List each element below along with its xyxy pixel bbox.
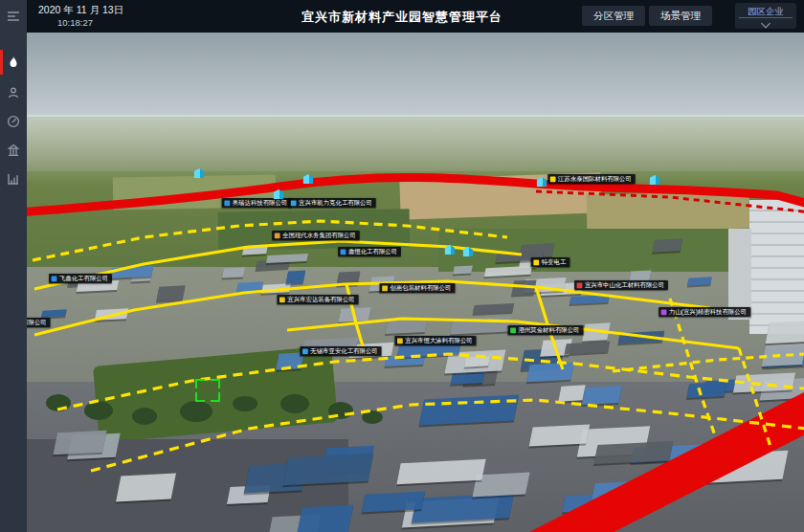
company-logo-icon bbox=[279, 297, 285, 302]
building-marker-icon[interactable] bbox=[194, 168, 205, 178]
sidebar bbox=[0, 0, 27, 532]
company-logo-icon bbox=[382, 285, 388, 291]
company-logo-icon bbox=[275, 233, 280, 238]
building-marker-icon[interactable] bbox=[463, 247, 474, 256]
map-viewport[interactable]: 奥瑞达科技有限公司宜兴市凯力克化工有限公司全国现代水务集团有限公司鑫恒化工有限公… bbox=[27, 33, 804, 532]
enterprise-dropdown[interactable]: 园区企业 bbox=[735, 3, 796, 29]
building-marker-icon[interactable] bbox=[537, 177, 547, 187]
company-logo-icon bbox=[341, 249, 346, 255]
company-label-text: 特变电工 bbox=[542, 259, 567, 265]
sidebar-item-statistics[interactable] bbox=[0, 166, 27, 191]
company-label-text: 宜兴市宏达装备有限公司 bbox=[287, 297, 354, 302]
company-label-text: 宜兴市凯力克化工有限公司 bbox=[299, 200, 372, 206]
company-label[interactable]: 鑫恒化工有限公司 bbox=[338, 247, 401, 256]
company-label-text: 创惠包装材料有限公司 bbox=[391, 285, 452, 291]
company-label-text: 晶明新材料科技有限公司 bbox=[27, 320, 47, 325]
company-label-text: 无锡市亚安化工有限公司 bbox=[310, 348, 377, 354]
company-logo-icon bbox=[397, 338, 403, 344]
time-label: 10:18:27 bbox=[57, 18, 93, 28]
company-label[interactable]: 特变电工 bbox=[531, 257, 570, 267]
company-label[interactable]: 飞鑫化工有限公司 bbox=[49, 274, 112, 283]
company-logo-icon bbox=[302, 348, 308, 354]
company-label[interactable]: 全国现代水务集团有限公司 bbox=[272, 231, 360, 240]
company-label[interactable]: 无锡市亚安化工有限公司 bbox=[300, 346, 381, 356]
person-icon bbox=[7, 86, 20, 100]
company-label[interactable]: 奥瑞达科技有限公司 bbox=[222, 198, 291, 208]
sidebar-item-monitor[interactable] bbox=[0, 109, 27, 134]
company-logo-icon bbox=[533, 259, 539, 265]
app-root: 2020 年 11 月 13日 10:18:27 宜兴市新材料产业园智慧管理平台… bbox=[0, 0, 804, 532]
company-label-text: 江苏永泰国际材料有限公司 bbox=[558, 176, 632, 182]
company-label-text: 宜兴市中山化工材料有限公司 bbox=[585, 282, 664, 288]
sidebar-item-enterprise[interactable] bbox=[0, 138, 27, 163]
hamburger-menu-icon bbox=[7, 10, 20, 23]
chevron-down-icon bbox=[761, 19, 770, 29]
company-label[interactable]: 江苏永泰国际材料有限公司 bbox=[547, 174, 636, 184]
company-label[interactable]: 宜兴市恒大涂料有限公司 bbox=[394, 336, 476, 345]
sidebar-item-menu[interactable] bbox=[0, 4, 27, 29]
company-logo-icon bbox=[577, 282, 583, 288]
company-label-text: 奥瑞达科技有限公司 bbox=[233, 200, 288, 206]
building-marker-icon[interactable] bbox=[303, 174, 314, 184]
company-label[interactable]: 力山(宜兴)精密科技有限公司 bbox=[659, 307, 750, 317]
building-marker-icon[interactable] bbox=[445, 245, 456, 255]
company-label-text: 潮州莫金材料有限公司 bbox=[519, 327, 580, 333]
company-label[interactable]: 宜兴市中山化工材料有限公司 bbox=[574, 280, 668, 290]
page-title: 宜兴市新材料产业园智慧管理平台 bbox=[302, 9, 502, 26]
bar-chart-icon bbox=[7, 172, 20, 186]
sidebar-item-user[interactable] bbox=[0, 80, 27, 105]
date-label: 2020 年 11 月 13日 bbox=[38, 5, 123, 15]
flame-icon bbox=[7, 55, 20, 69]
building-marker-icon[interactable] bbox=[650, 175, 660, 185]
company-labels-layer: 奥瑞达科技有限公司宜兴市凯力克化工有限公司全国现代水务集团有限公司鑫恒化工有限公… bbox=[27, 33, 804, 532]
company-label-text: 鑫恒化工有限公司 bbox=[348, 249, 397, 255]
company-label[interactable]: 创惠包装材料有限公司 bbox=[380, 283, 456, 293]
company-label[interactable]: 宜兴市宏达装备有限公司 bbox=[277, 295, 358, 304]
sidebar-item-fire[interactable] bbox=[0, 50, 27, 75]
gauge-icon bbox=[7, 115, 20, 128]
company-logo-icon bbox=[510, 327, 516, 333]
company-label-text: 力山(宜兴)精密科技有限公司 bbox=[669, 309, 747, 315]
company-label[interactable]: 潮州莫金材料有限公司 bbox=[508, 325, 584, 335]
building-marker-icon[interactable] bbox=[274, 189, 284, 199]
company-logo-icon bbox=[661, 309, 667, 315]
scene-management-button[interactable]: 场景管理 bbox=[649, 6, 712, 26]
company-label-text: 宜兴市恒大涂料有限公司 bbox=[405, 338, 472, 344]
company-logo-icon bbox=[52, 276, 57, 281]
top-header: 2020 年 11 月 13日 10:18:27 宜兴市新材料产业园智慧管理平台… bbox=[27, 0, 804, 33]
company-label[interactable]: 宜兴市凯力克化工有限公司 bbox=[288, 198, 376, 208]
company-label[interactable]: 晶明新材料科技有限公司 bbox=[27, 318, 51, 327]
company-logo-icon bbox=[550, 176, 556, 182]
company-label-text: 全国现代水务集团有限公司 bbox=[282, 233, 356, 238]
company-label-text: 飞鑫化工有限公司 bbox=[59, 276, 108, 281]
partition-management-button[interactable]: 分区管理 bbox=[582, 6, 645, 26]
company-logo-icon bbox=[224, 200, 230, 206]
company-logo-icon bbox=[291, 200, 297, 206]
factory-building-icon bbox=[7, 144, 20, 157]
